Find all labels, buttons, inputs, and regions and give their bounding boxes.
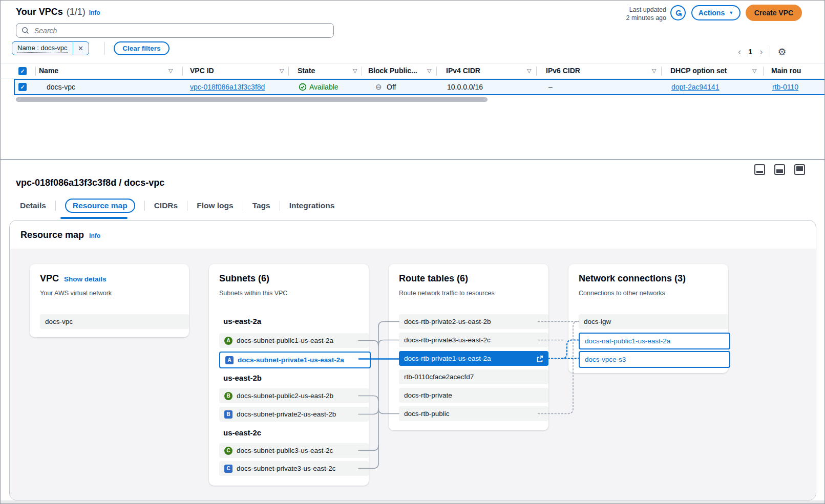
route-table-item[interactable]: docs-rtb-private — [399, 388, 548, 403]
col-header-main-route[interactable]: Main rou — [771, 67, 801, 75]
page-prev-button[interactable]: ‹ — [738, 46, 741, 57]
sort-icon[interactable]: ▽ — [427, 68, 431, 74]
route-table-item[interactable]: docs-rtb-public — [399, 406, 548, 421]
subnets-card-subtitle: Subnets within this VPC — [219, 290, 287, 297]
cell-dhcp-link[interactable]: dopt-2ac94141 — [671, 83, 719, 91]
sort-icon[interactable]: ▽ — [280, 68, 284, 74]
vpc-item-docs-vpc[interactable]: docs-vpc — [40, 314, 189, 329]
panel-layout-full-button[interactable] — [794, 164, 805, 175]
bottom-scroll-strip — [1, 500, 824, 504]
subnet-item-private2[interactable]: B docs-subnet-private2-us-east-2b — [219, 407, 369, 422]
subnet-az-badge: C — [224, 447, 232, 455]
route-tables-card-title: Route tables (6) — [399, 273, 468, 284]
col-header-name[interactable]: Name — [39, 67, 58, 75]
tab-integrations[interactable]: Integrations — [289, 201, 335, 210]
page-next-button[interactable]: › — [759, 46, 763, 57]
subnet-az-badge: B — [224, 410, 232, 419]
sort-icon[interactable]: ▽ — [752, 68, 756, 74]
network-item-igw[interactable]: docs-igw — [579, 314, 728, 329]
tab-tags[interactable]: Tags — [252, 201, 270, 210]
vpc-card-subtitle: Your AWS virtual network — [40, 290, 112, 297]
network-card-subtitle: Connections to other networks — [579, 290, 665, 297]
external-link-icon[interactable] — [536, 355, 543, 362]
col-header-vpc-id[interactable]: VPC ID — [190, 67, 214, 75]
col-header-ipv6[interactable]: IPv6 CIDR — [546, 67, 580, 75]
create-vpc-button[interactable]: Create VPC — [746, 5, 802, 21]
gear-icon: ⚙ — [777, 46, 786, 58]
filter-token-label: Name : docs-vpc — [12, 42, 73, 55]
subnet-az-badge: A — [224, 337, 232, 345]
tab-details[interactable]: Details — [20, 201, 46, 210]
vpc-card-title: VPC — [40, 273, 59, 284]
your-vpcs-panel: Your VPCs (1/1) Info Last updated 2 minu… — [1, 1, 824, 159]
route-table-item[interactable]: rtb-0110cface2acecfd7 — [399, 369, 548, 384]
route-tables-card: Route tables (6) Route network traffic t… — [389, 264, 548, 430]
subnets-card: Subnets (6) Subnets within this VPC us-e… — [209, 264, 369, 486]
caret-down-icon: ▼ — [729, 10, 733, 15]
subnet-item-public2[interactable]: B docs-subnet-public2-us-east-2b — [219, 388, 369, 403]
table-settings-button[interactable]: ⚙ — [777, 46, 786, 58]
resource-map-info-link[interactable]: Info — [89, 232, 100, 239]
close-icon: ✕ — [78, 45, 83, 52]
search-input-wrap — [16, 23, 334, 38]
search-input[interactable] — [33, 26, 328, 35]
page-number[interactable]: 1 — [748, 48, 752, 56]
filter-divider — [104, 42, 105, 55]
cell-ipv4: 10.0.0.0/16 — [447, 83, 483, 91]
show-details-link[interactable]: Show details — [64, 275, 107, 283]
route-table-item[interactable]: docs-rtb-private2-us-east-2b — [399, 314, 548, 329]
search-icon — [22, 27, 29, 34]
active-tab-underline — [60, 217, 128, 219]
table-horizontal-scrollbar[interactable] — [16, 97, 488, 102]
subnet-item-public3[interactable]: C docs-subnet-public3-us-east-2c — [219, 443, 369, 458]
filter-token: Name : docs-vpc ✕ — [12, 41, 89, 55]
panel-layout-bottom-small-button[interactable] — [754, 164, 765, 175]
route-table-item[interactable]: docs-rtb-private3-us-east-2c — [399, 333, 548, 347]
detail-title: vpc-018f086a13f3c3f8d / docs-vpc — [16, 178, 164, 188]
subnet-az-badge: B — [224, 392, 232, 400]
col-header-block-public[interactable]: Block Public... — [368, 67, 417, 75]
sort-icon[interactable]: ▽ — [353, 68, 357, 74]
col-header-ipv4[interactable]: IPv4 CIDR — [446, 67, 480, 75]
subnet-item-private1-selected[interactable]: A docs-subnet-private1-us-east-2a — [219, 352, 371, 368]
filter-token-dismiss-button[interactable]: ✕ — [73, 42, 89, 55]
vpc-detail-panel: vpc-018f086a13f3c3f8d / docs-vpc Details… — [1, 160, 824, 500]
block-public-off-icon: ⊖ — [375, 82, 382, 92]
tab-flow-logs[interactable]: Flow logs — [197, 201, 233, 210]
sort-icon[interactable]: ▽ — [652, 68, 656, 74]
cell-ipv6: – — [548, 83, 553, 91]
refresh-button[interactable]: ↻ — [670, 5, 686, 20]
cell-block-public: Off — [387, 83, 396, 91]
route-table-item-selected[interactable]: docs-rtb-private1-us-east-2a — [399, 351, 548, 366]
network-item-vpce[interactable]: docs-vpce-s3 — [579, 351, 730, 368]
refresh-icon: ↻ — [673, 9, 684, 16]
network-connections-card: Network connections (3) Connections to o… — [568, 264, 728, 373]
status-available-icon — [299, 83, 307, 91]
cell-vpc-id-link[interactable]: vpc-018f086a13f3c3f8d — [190, 83, 265, 91]
cell-main-route-link[interactable]: rtb-0110 — [772, 83, 798, 91]
sort-icon[interactable]: ▽ — [168, 68, 173, 74]
network-item-nat[interactable]: docs-nat-public1-us-east-2a — [579, 333, 730, 349]
row-checkbox[interactable]: ✓ — [18, 83, 27, 91]
col-header-dhcp[interactable]: DHCP option set — [670, 67, 727, 75]
subnet-item-private3[interactable]: C docs-subnet-private3-us-east-2c — [219, 461, 369, 476]
tab-cidrs[interactable]: CIDRs — [154, 201, 178, 210]
select-all-checkbox[interactable]: ✓ — [18, 67, 27, 75]
subnet-az-badge: C — [224, 465, 232, 473]
network-card-title: Network connections (3) — [579, 273, 686, 284]
actions-button[interactable]: Actions ▼ — [691, 5, 741, 20]
cell-name: docs-vpc — [47, 83, 75, 91]
info-link[interactable]: Info — [89, 9, 100, 16]
table-row[interactable]: ✓ docs-vpc vpc-018f086a13f3c3f8d Availab… — [14, 79, 824, 95]
clear-filters-button[interactable]: Clear filters — [114, 41, 170, 55]
detail-tabs: Details Resource map CIDRs Flow logs Tag… — [20, 198, 334, 213]
col-header-state[interactable]: State — [298, 67, 315, 75]
last-updated: Last updated 2 minutes ago — [589, 6, 666, 22]
subnets-card-title: Subnets (6) — [219, 273, 269, 284]
subnet-item-public1[interactable]: A docs-subnet-public1-us-east-2a — [219, 333, 369, 348]
tab-resource-map[interactable]: Resource map — [65, 199, 135, 213]
panel-layout-bottom-medium-button[interactable] — [774, 164, 785, 175]
az-group-header: us-east-2c — [223, 428, 261, 437]
sort-icon[interactable]: ▽ — [527, 68, 531, 74]
route-tables-card-subtitle: Route network traffic to resources — [399, 290, 495, 297]
